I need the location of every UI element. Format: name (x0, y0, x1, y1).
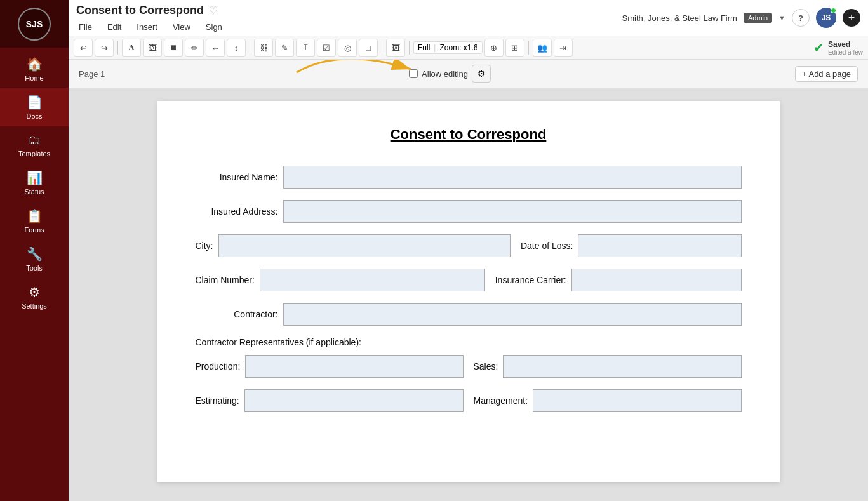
sidebar-item-home[interactable]: 🏠 Home (0, 50, 69, 88)
insured-address-row: Insured Address: (196, 200, 742, 223)
reps-section-label: Contractor Representatives (if applicabl… (196, 337, 361, 347)
compass-button[interactable]: ⊕ (484, 39, 504, 57)
claim-number-field[interactable] (260, 269, 485, 291)
insurance-carrier-field[interactable] (571, 269, 742, 291)
check-button[interactable]: ☑ (317, 39, 336, 57)
production-group: Production: (196, 355, 464, 378)
claim-number-group: Claim Number: (196, 269, 485, 291)
sidebar-item-templates[interactable]: 🗂 Templates (0, 126, 69, 164)
separator-3 (382, 41, 382, 55)
separator-1 (117, 41, 118, 55)
date-of-loss-group: Date of Loss: (521, 234, 742, 257)
home-icon: 🏠 (27, 57, 43, 72)
admin-badge[interactable]: Admin (744, 13, 772, 23)
sidebar-item-label: Settings (22, 302, 47, 310)
templates-icon: 🗂 (28, 133, 41, 147)
insured-address-field[interactable] (283, 200, 742, 223)
doc-title: Consent to Correspond (76, 4, 204, 17)
sidebar-item-label: Forms (24, 226, 44, 234)
sidebar-item-tools[interactable]: 🔧 Tools (0, 240, 69, 278)
square-outline-button[interactable]: □ (359, 39, 378, 57)
firm-name: Smith, Jones, & Steel Law Firm (622, 13, 737, 23)
heart-icon[interactable]: ♡ (209, 4, 218, 17)
add-button[interactable]: + (843, 9, 860, 27)
contractor-field[interactable] (283, 303, 742, 326)
sidebar-item-label: Tools (26, 264, 43, 272)
cursor-button[interactable]: 𝙸 (296, 39, 315, 57)
contractor-row: Contractor: (196, 303, 742, 326)
toolbar: ↩ ↪ A 🖼 ■ ✏ ↔ ↕ ⛓ ✎ 𝙸 ☑ ◎ □ 🖼 (69, 36, 868, 60)
estimating-label: Estimating: (196, 396, 239, 406)
menu-file[interactable]: File (76, 21, 95, 33)
text-button[interactable]: A (122, 39, 141, 57)
allow-editing-checkbox[interactable] (409, 69, 418, 78)
arrow-button[interactable]: ↔ (206, 39, 225, 57)
menu-insert[interactable]: Insert (134, 21, 160, 33)
status-icon: 📊 (27, 170, 43, 185)
sidebar-item-label: Docs (26, 112, 42, 120)
management-label: Management: (474, 396, 528, 406)
sidebar-item-label: Templates (18, 150, 50, 157)
sales-label: Sales: (474, 361, 498, 371)
link-button[interactable]: ⛓ (254, 39, 273, 57)
separator-5 (528, 41, 529, 55)
photo-button[interactable]: 🖼 (386, 39, 405, 57)
saved-checkmark-icon: ✔ (813, 40, 824, 55)
logo-icon: SJS (18, 8, 51, 41)
shape-button[interactable]: ■ (164, 39, 183, 57)
menu-edit[interactable]: Edit (105, 21, 124, 33)
tools-icon: 🔧 (27, 246, 43, 262)
sidebar-item-forms[interactable]: 📋 Forms (0, 202, 69, 240)
allow-editing-row: Allow editing ⚙ (409, 65, 491, 83)
zoom-control[interactable]: Full | Zoom: x1.6 (413, 41, 483, 54)
sidebar: SJS 🏠 Home 📄 Docs 🗂 Templates 📊 Status 📋 (0, 0, 69, 501)
table-button[interactable]: ⊞ (505, 39, 524, 57)
saved-label: Saved (828, 40, 863, 49)
undo-button[interactable]: ↩ (74, 39, 93, 57)
city-label: City: (196, 241, 213, 251)
management-field[interactable] (533, 389, 741, 412)
menu-view[interactable]: View (170, 21, 193, 33)
sales-field[interactable] (503, 355, 741, 378)
date-of-loss-label: Date of Loss: (521, 241, 573, 251)
top-section: Consent to Correspond ♡ File Edit Insert… (69, 0, 868, 60)
insured-name-field[interactable] (283, 166, 742, 189)
user-avatar[interactable]: JS (816, 8, 836, 28)
users-button[interactable]: 👥 (533, 39, 552, 57)
estimating-management-row: Estimating: Management: (196, 389, 742, 412)
document-title-heading: Consent to Correspond (196, 126, 742, 143)
redo-button[interactable]: ↪ (95, 39, 114, 57)
insured-name-label: Insured Name: (196, 172, 278, 182)
edit-button[interactable]: ✎ (275, 39, 294, 57)
production-field[interactable] (245, 355, 463, 378)
image-button[interactable]: 🖼 (143, 39, 162, 57)
date-of-loss-field[interactable] (578, 234, 741, 257)
sidebar-logo: SJS (0, 0, 69, 48)
production-label: Production: (196, 361, 241, 371)
share-button[interactable]: ⇥ (554, 39, 573, 57)
sidebar-item-docs[interactable]: 📄 Docs (0, 88, 69, 126)
management-group: Management: (474, 389, 742, 412)
online-indicator (831, 8, 836, 13)
reps-section-label-row: Contractor Representatives (if applicabl… (196, 337, 742, 347)
circle-button[interactable]: ◎ (338, 39, 357, 57)
sidebar-nav: 🏠 Home 📄 Docs 🗂 Templates 📊 Status 📋 For… (0, 48, 69, 316)
page-settings-button[interactable]: ⚙ (472, 65, 491, 83)
help-button[interactable]: ? (792, 9, 810, 27)
menu-sign[interactable]: Sign (203, 21, 225, 33)
zoom-label: Zoom: x1.6 (439, 43, 477, 52)
city-field[interactable] (218, 234, 511, 257)
page-area: Page 1 Allow editing (69, 60, 868, 501)
sidebar-item-settings[interactable]: ⚙ Settings (0, 278, 69, 316)
add-page-button[interactable]: + Add a page (795, 66, 858, 82)
admin-dropdown-icon[interactable]: ▼ (778, 14, 785, 22)
production-sales-row: Production: Sales: (196, 355, 742, 378)
top-bar: Consent to Correspond ♡ File Edit Insert… (69, 0, 868, 36)
insurance-carrier-label: Insurance Carrier: (495, 275, 566, 285)
sidebar-item-status[interactable]: 📊 Status (0, 164, 69, 202)
estimating-field[interactable] (244, 389, 464, 412)
pen-button[interactable]: ✏ (185, 39, 204, 57)
resize-button[interactable]: ↕ (227, 39, 246, 57)
claim-carrier-row: Claim Number: Insurance Carrier: (196, 269, 742, 291)
page-header-bar: Page 1 Allow editing (69, 60, 868, 88)
